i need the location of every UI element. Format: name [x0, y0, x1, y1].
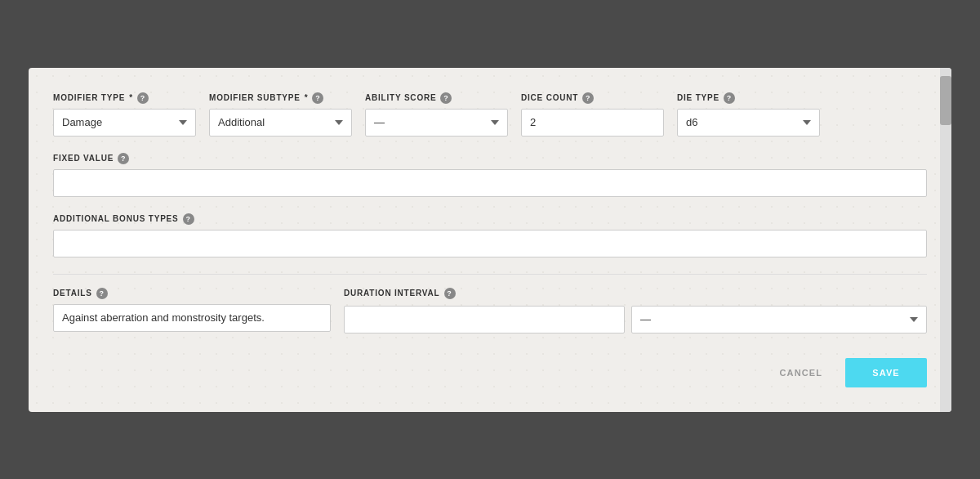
ability-score-label-text: ABILITY SCORE	[365, 93, 436, 102]
modifier-type-label-text: MODIFIER TYPE	[53, 93, 125, 102]
actions-row: CANCEL SAVE	[53, 358, 927, 387]
die-type-label: DIE TYPE ?	[677, 92, 820, 104]
details-row: DETAILS ? DURATION INTERVAL ? — Round Mi…	[53, 288, 927, 334]
duration-interval-label-text: DURATION INTERVAL	[344, 289, 440, 298]
ability-score-help-icon[interactable]: ?	[440, 92, 452, 104]
cancel-button[interactable]: CANCEL	[767, 360, 835, 386]
additional-bonus-help-icon[interactable]: ?	[183, 213, 194, 225]
fixed-value-label: FIXED VALUE ?	[53, 153, 927, 164]
dice-count-label: DICE COUNT ?	[521, 92, 664, 104]
ability-score-group: ABILITY SCORE ? — STR DEX CON INT WIS CH…	[365, 92, 508, 137]
details-input[interactable]	[53, 304, 331, 332]
fixed-value-input[interactable]	[53, 169, 927, 197]
die-type-select[interactable]: d4 d6 d8 d10 d12 d20	[677, 109, 820, 137]
die-type-label-text: DIE TYPE	[677, 93, 719, 102]
modal-form: MODIFIER TYPE * ? Damage Attack Save DC …	[29, 68, 951, 412]
top-fields-row: MODIFIER TYPE * ? Damage Attack Save DC …	[53, 92, 927, 137]
modifier-type-required: *	[129, 93, 133, 102]
ability-score-select[interactable]: — STR DEX CON INT WIS CHA	[365, 109, 508, 137]
details-label: DETAILS ?	[53, 288, 331, 299]
duration-interval-group: DURATION INTERVAL ? — Round Minute Hour …	[344, 288, 927, 334]
additional-bonus-label: ADDITIONAL BONUS TYPES ?	[53, 213, 927, 225]
modifier-type-select[interactable]: Damage Attack Save DC Skill Ability	[53, 109, 196, 137]
duration-interval-help-icon[interactable]: ?	[444, 288, 456, 299]
fixed-value-help-icon[interactable]: ?	[118, 153, 129, 164]
modifier-subtype-label: MODIFIER SUBTYPE * ?	[209, 92, 352, 104]
dice-count-help-icon[interactable]: ?	[582, 92, 594, 104]
modifier-type-help-icon[interactable]: ?	[137, 92, 149, 104]
duration-value-input[interactable]	[344, 306, 625, 334]
additional-bonus-input[interactable]	[53, 230, 927, 257]
section-divider	[53, 274, 927, 275]
modifier-subtype-help-icon[interactable]: ?	[312, 92, 323, 104]
details-label-text: DETAILS	[53, 289, 92, 298]
ability-score-label: ABILITY SCORE ?	[365, 92, 508, 104]
scrollbar[interactable]	[940, 68, 951, 412]
additional-bonus-label-text: ADDITIONAL BONUS TYPES	[53, 214, 179, 223]
save-button[interactable]: SAVE	[845, 358, 927, 387]
additional-bonus-row: ADDITIONAL BONUS TYPES ?	[53, 213, 927, 257]
modifier-subtype-select[interactable]: Additional Base Override	[209, 109, 352, 137]
fixed-value-label-text: FIXED VALUE	[53, 154, 114, 163]
dice-count-group: DICE COUNT ?	[521, 92, 664, 137]
scrollbar-thumb[interactable]	[940, 76, 951, 125]
modifier-subtype-label-text: MODIFIER SUBTYPE	[209, 93, 301, 102]
modifier-subtype-required: *	[305, 93, 309, 102]
dice-count-label-text: DICE COUNT	[521, 93, 578, 102]
duration-interval-label: DURATION INTERVAL ?	[344, 288, 927, 299]
details-help-icon[interactable]: ?	[96, 288, 108, 299]
duration-unit-select[interactable]: — Round Minute Hour Day	[631, 306, 927, 334]
die-type-group: DIE TYPE ? d4 d6 d8 d10 d12 d20	[677, 92, 820, 137]
fixed-value-row: FIXED VALUE ?	[53, 153, 927, 197]
die-type-help-icon[interactable]: ?	[724, 92, 735, 104]
duration-inputs-container: — Round Minute Hour Day	[344, 306, 927, 334]
dice-count-input[interactable]	[521, 109, 664, 137]
modifier-type-label: MODIFIER TYPE * ?	[53, 92, 196, 104]
modifier-type-group: MODIFIER TYPE * ? Damage Attack Save DC …	[53, 92, 196, 137]
details-group: DETAILS ?	[53, 288, 331, 332]
modifier-subtype-group: MODIFIER SUBTYPE * ? Additional Base Ove…	[209, 92, 352, 137]
